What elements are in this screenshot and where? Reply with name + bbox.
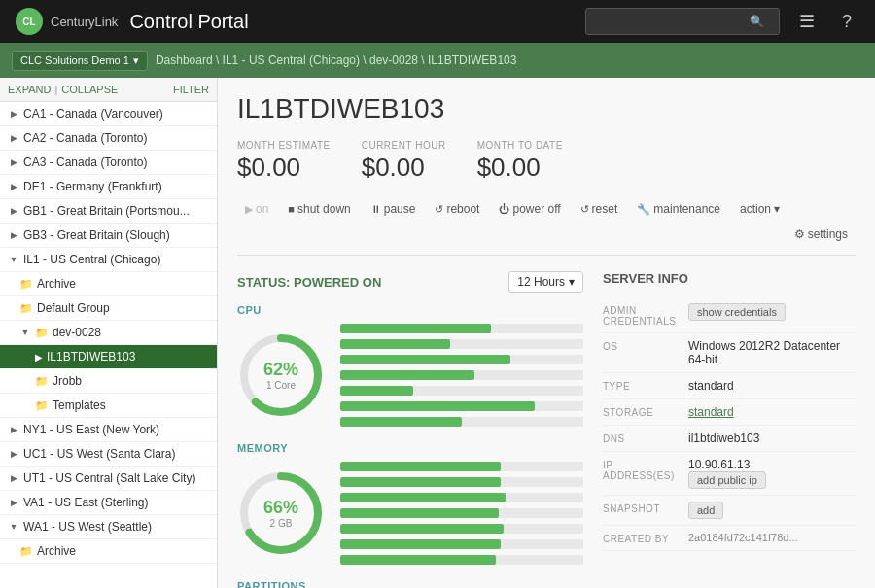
tree-item-archive[interactable]: 📁 Archive [0, 272, 217, 296]
tree-item[interactable]: ▶ GB1 - Great Britain (Portsmou... [0, 199, 217, 224]
bar-row [340, 355, 583, 364]
settings-button[interactable]: ⚙ settings [787, 224, 856, 245]
folder-icon: 📁 [35, 375, 49, 388]
bar-row [340, 493, 583, 502]
bar-row [340, 324, 583, 333]
month-estimate-value: $0.00 [237, 153, 300, 182]
snapshot-row: SNAPSHOT add [603, 496, 856, 526]
admin-credentials-row: ADMINCREDENTIALS show credentials [603, 297, 856, 333]
tree-item-il1[interactable]: ▼ IL1 - US Central (Chicago) [0, 248, 217, 272]
admin-credentials-key: ADMINCREDENTIALS [603, 303, 681, 327]
bar-row [340, 417, 583, 427]
bar-row [340, 477, 583, 487]
cpu-metric: CPU 62% 1 Core [237, 304, 583, 427]
reset-button[interactable]: ↺ reset [573, 198, 626, 220]
on-button[interactable]: ▶ on [237, 198, 276, 220]
tree-item-server[interactable]: ▶ IL1BTDIWEB103 [0, 345, 217, 369]
folder-icon: 📁 [19, 278, 33, 291]
maintenance-button[interactable]: 🔧 maintenance [629, 198, 728, 220]
tree-item-templates[interactable]: 📁 Templates [0, 394, 217, 418]
power-icon: ⏻ [499, 203, 509, 215]
account-name: CLC Solutions Demo 1 [20, 54, 129, 66]
status-header: STATUS: POWERED ON 12 Hours ▾ [237, 271, 583, 293]
power-off-button[interactable]: ⏻ power off [491, 198, 568, 220]
play-icon: ▶ [35, 352, 43, 363]
tree-item-uc1[interactable]: ▶ UC1 - US West (Santa Clara) [0, 442, 217, 467]
type-row: TYPE standard [603, 373, 856, 399]
time-range-value: 12 Hours [517, 275, 565, 289]
cost-row: MONTH ESTIMATE $0.00 CURRENT HOUR $0.00 … [237, 140, 856, 183]
chevron-down-icon: ▼ [8, 521, 19, 533]
chevron-down-icon: ▼ [8, 254, 19, 265]
filter-button[interactable]: FILTER [173, 84, 209, 95]
storage-link[interactable]: standard [688, 405, 734, 419]
time-range-selector[interactable]: 12 Hours ▾ [508, 271, 583, 293]
tree-item-default[interactable]: 📁 Default Group [0, 296, 217, 321]
chevron-right-icon: ▶ [8, 229, 19, 241]
pause-button[interactable]: ⏸ pause [363, 198, 424, 220]
tree-item-ny1[interactable]: ▶ NY1 - US East (New York) [0, 418, 217, 442]
reboot-button[interactable]: ↺ reboot [427, 198, 487, 220]
bar-row [340, 339, 583, 349]
search-input[interactable] [594, 15, 750, 28]
shut-down-button[interactable]: ■ shut down [280, 198, 358, 220]
help-icon[interactable]: ? [834, 8, 859, 36]
snapshot-key: SNAPSHOT [603, 502, 681, 514]
centurylink-logo: CL [16, 8, 43, 35]
cpu-gauge: 62% 1 Core [237, 331, 325, 419]
tree-item-va1[interactable]: ▶ VA1 - US East (Sterling) [0, 491, 217, 515]
dns-value: il1btdiweb103 [688, 432, 856, 445]
os-value: Windows 2012R2 Datacenter 64-bit [688, 339, 856, 366]
maintenance-icon: 🔧 [637, 203, 650, 216]
search-box[interactable]: 🔍 [585, 8, 780, 35]
status-label: STATUS: POWERED ON [237, 275, 381, 290]
memory-gauge: 66% 2 GB [237, 469, 325, 557]
folder-icon: 📁 [19, 302, 33, 315]
add-public-ip-button[interactable]: add public ip [688, 471, 766, 489]
server-info-table: ADMINCREDENTIALS show credentials OS Win… [603, 297, 856, 551]
search-icon[interactable]: 🔍 [750, 15, 764, 28]
bar-row [340, 370, 583, 380]
tree-item[interactable]: ▶ GB3 - Great Britain (Slough) [0, 224, 217, 248]
snapshot-value: add [688, 502, 856, 519]
breadcrumb: Dashboard \ IL1 - US Central (Chicago) \… [156, 53, 517, 67]
current-hour-label: CURRENT HOUR [362, 140, 446, 151]
server-info-title: SERVER INFO [603, 271, 856, 286]
add-snapshot-button[interactable]: add [688, 502, 723, 519]
tree-item-dev0028[interactable]: ▼ 📁 dev-0028 [0, 321, 217, 345]
dns-key: DNS [603, 432, 681, 444]
reset-icon: ↺ [580, 203, 589, 216]
tree-item[interactable]: ▶ CA2 - Canada (Toronto) [0, 126, 217, 151]
menu-icon[interactable]: ☰ [791, 7, 822, 36]
action-dropdown-button[interactable]: action ▾ [732, 198, 788, 220]
pause-icon: ⏸ [370, 203, 381, 215]
sidebar-controls: EXPAND | COLLAPSE FILTER [0, 78, 217, 102]
memory-bars [340, 462, 583, 565]
main-layout: EXPAND | COLLAPSE FILTER ▶ CA1 - Canada … [0, 78, 875, 588]
tree-item[interactable]: ▶ CA3 - Canada (Toronto) [0, 151, 217, 175]
tree-item-ut1[interactable]: ▶ UT1 - US Central (Salt Lake City) [0, 467, 217, 491]
created-by-value: 2a0184fd72c141f78d... [688, 532, 856, 543]
month-to-date-label: MONTH TO DATE [477, 140, 563, 151]
show-credentials-button[interactable]: show credentials [688, 303, 786, 321]
memory-metric: MEMORY 66% 2 GB [237, 442, 583, 565]
cpu-label: CPU [237, 304, 583, 316]
type-key: TYPE [603, 379, 681, 392]
month-estimate-label: MONTH ESTIMATE [237, 140, 331, 151]
admin-credentials-value: show credentials [688, 303, 856, 321]
expand-link[interactable]: EXPAND [8, 84, 51, 95]
tree-item[interactable]: ▶ CA1 - Canada (Vancouver) [0, 102, 217, 126]
tree-item[interactable]: ▶ DE1 - Germany (Frankfurt) [0, 175, 217, 199]
tree-item-wa1[interactable]: ▼ WA1 - US West (Seattle) [0, 515, 217, 539]
bar-row [340, 508, 583, 518]
bar-row [340, 462, 583, 471]
chevron-right-icon: ▶ [8, 448, 19, 460]
collapse-link[interactable]: COLLAPSE [61, 84, 118, 95]
account-selector[interactable]: CLC Solutions Demo 1 ▾ [12, 51, 148, 71]
storage-row: STORAGE standard [603, 399, 856, 426]
tree-item-jrobb[interactable]: 📁 Jrobb [0, 369, 217, 394]
action-bar: ▶ on ■ shut down ⏸ pause ↺ reboot ⏻ powe… [237, 198, 856, 256]
refresh-icon: ↺ [435, 203, 443, 216]
tree-item-wa1-archive[interactable]: 📁 Archive [0, 539, 217, 564]
chevron-down-icon: ▾ [774, 202, 780, 216]
